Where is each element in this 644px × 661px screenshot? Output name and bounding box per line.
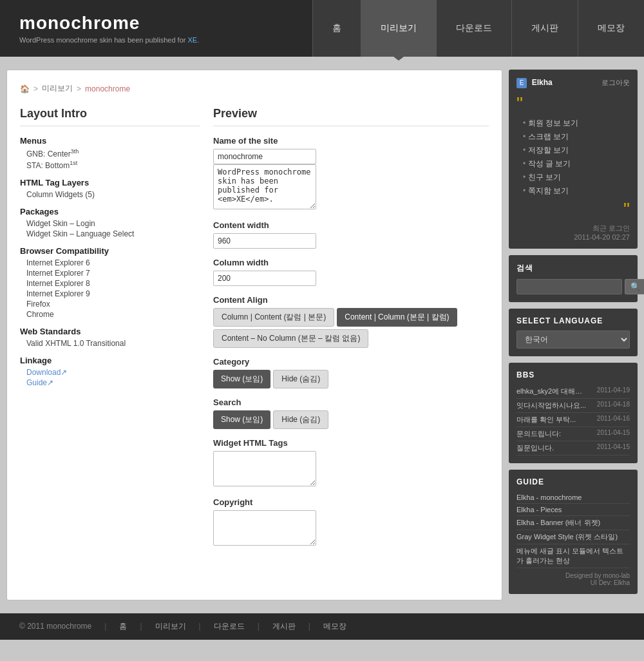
logout-link[interactable]: 로그아웃 <box>601 78 630 88</box>
header-branding: monochrome WordPress monochrome skin has… <box>0 0 312 57</box>
guide-item-5[interactable]: 메뉴에 새글 표시 모듈에서 텍스트가 흘러가는 현상 <box>516 544 630 568</box>
search-input[interactable] <box>516 279 622 294</box>
username: Elkha <box>532 78 553 87</box>
field-label-category: Category <box>213 357 489 367</box>
footer-link-download[interactable]: 다운로드 <box>214 621 245 632</box>
guide-item-2[interactable]: Elkha - Pieces <box>516 504 630 516</box>
site-description-textarea[interactable]: WordPress monochrome skin has been publi… <box>213 164 316 209</box>
bbs-date-1: 2011-04-19 <box>597 387 630 396</box>
main-columns: Layout Intro Menus GNB: Center3th STA: B… <box>20 107 489 548</box>
field-label-content-width: Content width <box>213 220 489 230</box>
sidebar: E Elkha 로그아웃 " 회원 정보 보기 스크랩 보기 저장할 보기 작성… <box>509 70 638 600</box>
last-login-label: 최근 로그인 <box>516 224 630 233</box>
align-content-no-column[interactable]: Content – No Column (본문 – 칼럼 없음) <box>213 329 368 348</box>
user-menu-posts[interactable]: 작성 글 보기 <box>516 157 630 171</box>
align-column-content[interactable]: Column | Content (칼럼 | 본문) <box>213 308 334 327</box>
bbs-date-4: 2011-04-15 <box>597 429 630 439</box>
footer-link-home[interactable]: 홈 <box>119 621 127 632</box>
site-name-input[interactable] <box>213 149 316 164</box>
subtitle-text: WordPress monochrome skin has been publi… <box>19 36 185 44</box>
footer-sep4: | <box>258 622 260 631</box>
link-guide[interactable]: Guide↗ <box>20 378 200 387</box>
category-show[interactable]: Show (보임) <box>213 370 270 388</box>
bbs-row-4: 문의드립니다: 2011-04-15 <box>516 427 630 441</box>
footer-sep1: | <box>104 622 106 631</box>
bbs-title-3[interactable]: 마래를 확인 부탁... <box>516 415 576 425</box>
main-nav: 홈 미리보기 다운로드 게시판 메모장 <box>312 0 644 57</box>
footer-sep3: | <box>199 622 201 631</box>
last-login-date: 2011-04-20 02:27 <box>516 233 630 241</box>
language-select[interactable]: 한국어 English <box>516 330 630 349</box>
copyright-textarea[interactable] <box>213 510 316 546</box>
nav-preview[interactable]: 미리보기 <box>361 0 436 57</box>
field-label-content-align: Content Align <box>213 295 489 305</box>
search-show[interactable]: Show (보임) <box>213 410 270 429</box>
footer-link-board[interactable]: 게시판 <box>272 621 296 632</box>
field-label-widget-html: Widget HTML Tags <box>213 438 489 448</box>
subtitle-link[interactable]: XE. <box>188 36 200 44</box>
breadcrumb-home-icon[interactable]: 🏠 <box>20 84 30 93</box>
search-hide[interactable]: Hide (숨김) <box>273 410 328 429</box>
menu-gnb: GNB: Center3th <box>20 148 200 158</box>
package-login: Widget Skin – Login <box>20 219 200 228</box>
link-download[interactable]: Download↗ <box>20 368 200 377</box>
user-menu-profile[interactable]: 회원 정보 보기 <box>516 117 630 130</box>
field-label-copyright: Copyright <box>213 497 489 507</box>
footer: © 2011 monochrome | 홈 | 미리보기 | 다운로드 | 게시… <box>0 613 644 640</box>
footer-ui-dev: UI Dev: Elkha <box>516 579 630 586</box>
field-label-column-width: Column width <box>213 258 489 267</box>
user-menu-scrap[interactable]: 스크랩 보기 <box>516 130 630 144</box>
footer-link-memo[interactable]: 메모장 <box>323 621 346 632</box>
align-content-column[interactable]: Content | Column (본문 | 칼럼) <box>337 308 457 327</box>
left-column: Layout Intro Menus GNB: Center3th STA: B… <box>20 107 200 548</box>
content-area: 🏠 > 미리보기 > monochrome Layout Intro Menus… <box>6 70 638 600</box>
layout-intro-title: Layout Intro <box>20 107 200 126</box>
sidebar-footer: Designed by mono-lab UI Dev: Elkha <box>516 568 630 586</box>
bbs-row-3: 마래를 확인 부탁... 2011-04-16 <box>516 413 630 427</box>
guide-item-4[interactable]: Gray Widget Style (위젯 스타일) <box>516 530 630 544</box>
search-button[interactable]: 🔍 <box>625 279 644 294</box>
column-width-input[interactable] <box>213 271 316 286</box>
menu-sta: STA: Bottom1st <box>20 160 200 170</box>
bbs-title-2[interactable]: 잇다시작업하시나요... <box>516 401 586 410</box>
category-buttons: Show (보임) Hide (숨김) <box>213 370 489 388</box>
nav-board[interactable]: 게시판 <box>511 0 578 57</box>
search-buttons: Show (보임) Hide (숨김) <box>213 410 489 429</box>
html-tag-item: Column Widgets (5) <box>20 190 200 199</box>
guide-title: GUIDE <box>516 477 630 486</box>
section-linkage-heading: Linkage <box>20 356 200 365</box>
site-subtitle: WordPress monochrome skin has been publi… <box>19 36 293 44</box>
user-menu-friends[interactable]: 친구 보기 <box>516 171 630 184</box>
quote-left-icon: " <box>516 95 630 113</box>
footer-link-preview[interactable]: 미리보기 <box>155 621 186 632</box>
category-hide[interactable]: Hide (숨김) <box>273 370 328 388</box>
sidebar-user-box: E Elkha 로그아웃 " 회원 정보 보기 스크랩 보기 저장할 보기 작성… <box>509 70 638 249</box>
search-row: 🔍 <box>516 279 630 294</box>
quote-right-icon: " <box>516 200 630 218</box>
widget-html-textarea[interactable] <box>213 451 316 486</box>
content-width-input[interactable] <box>213 233 316 249</box>
bbs-title-5[interactable]: 질문입니다. <box>516 443 554 453</box>
section-browser-heading: Browser Compatibility <box>20 246 200 256</box>
nav-memo[interactable]: 메모장 <box>578 0 644 57</box>
bbs-date-5: 2011-04-15 <box>597 443 630 453</box>
user-menu-messages[interactable]: 쪽지함 보기 <box>516 184 630 198</box>
section-menus-heading: Menus <box>20 136 200 146</box>
bbs-title-4[interactable]: 문의드립니다: <box>516 429 561 439</box>
footer-sep2: | <box>140 622 142 631</box>
sidebar-language-box: SELECT LANGUAGE 한국어 English <box>509 309 638 356</box>
sidebar-search-box: 검색 🔍 <box>509 255 638 302</box>
guide-item-1[interactable]: Elkha - monochrome <box>516 492 630 504</box>
guide-item-3[interactable]: Elkha - Banner (배너 위젯) <box>516 516 630 530</box>
nav-home[interactable]: 홈 <box>312 0 361 57</box>
field-label-search: Search <box>213 398 489 407</box>
footer-sep5: | <box>308 622 310 631</box>
bbs-title: BBS <box>516 370 630 379</box>
sidebar-bbs-box: BBS elhka_sky2에 대해서... 2011-04-19 잇다시작업하… <box>509 363 638 463</box>
nav-download[interactable]: 다운로드 <box>436 0 511 57</box>
main-box: 🏠 > 미리보기 > monochrome Layout Intro Menus… <box>6 70 502 600</box>
user-menu-saved[interactable]: 저장할 보기 <box>516 144 630 157</box>
browser-firefox: Firefox <box>20 300 200 309</box>
bbs-title-1[interactable]: elhka_sky2에 대해서... <box>516 387 587 396</box>
breadcrumb-preview[interactable]: 미리보기 <box>42 83 73 94</box>
